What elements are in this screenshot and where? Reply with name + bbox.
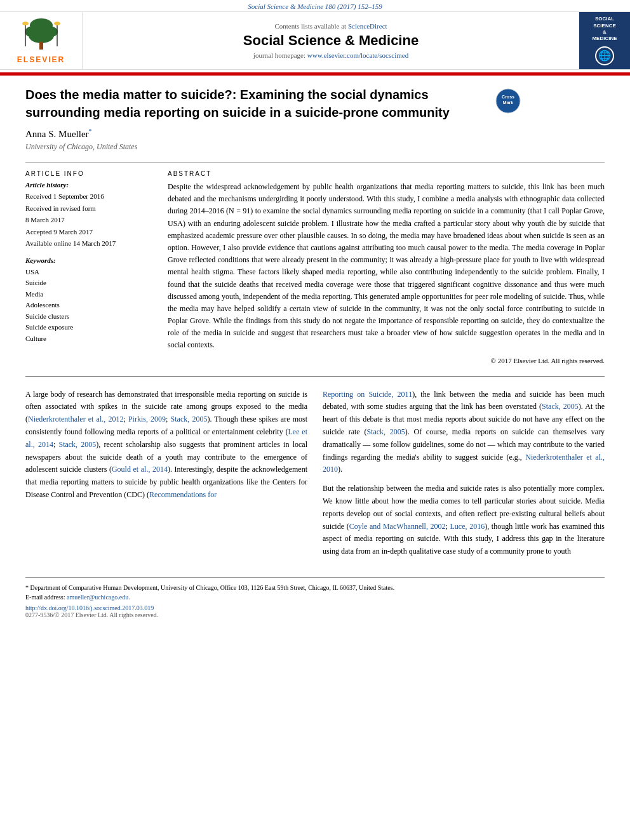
online-line: Available online 14 March 2017 — [25, 238, 152, 249]
doi-line: http://dx.doi.org/10.1016/j.socscimed.20… — [25, 604, 605, 611]
article-title-container: Does the media matter to suicide?: Exami… — [25, 86, 521, 121]
keyword-culture: Culture — [25, 333, 152, 345]
journal-name-bar: Social Science & Medicine 180 (2017) 152… — [0, 0, 630, 11]
crossmark-badge: Cross Mark — [495, 88, 521, 118]
footnote-section: * Department of Comparative Human Develo… — [25, 577, 605, 618]
keyword-clusters: Suicide clusters — [25, 311, 152, 323]
cover-text: SOCIALSCIENCE&MEDICINE — [592, 16, 617, 43]
journal-header: Social Science & Medicine 180 (2017) 152… — [0, 0, 630, 74]
email-line: E-mail address: amueller@uchicago.edu. — [25, 592, 605, 602]
footnote-text: * Department of Comparative Human Develo… — [25, 583, 605, 592]
journal-title: Social Science & Medicine — [243, 32, 419, 49]
svg-point-8 — [54, 22, 60, 25]
keywords-section: Keywords: USA Suicide Media Adolescents … — [25, 257, 152, 345]
journal-cover: SOCIALSCIENCE&MEDICINE 🌐 — [579, 12, 630, 69]
accepted-line: Accepted 9 March 2017 — [25, 227, 152, 237]
ref-link-11[interactable]: Niederkrotenthaler et al., 2010 — [323, 453, 605, 474]
abstract-col: ABSTRACT Despite the widespread acknowle… — [168, 170, 605, 364]
keywords-label: Keywords: — [25, 257, 152, 264]
ref-link-13[interactable]: Luce, 2016 — [450, 522, 485, 531]
doi-link[interactable]: http://dx.doi.org/10.1016/j.socscimed.20… — [25, 604, 154, 611]
main-content: Does the media matter to suicide?: Exami… — [0, 76, 630, 629]
crossmark-icon: Cross Mark — [495, 88, 521, 114]
received-line: Received 1 September 2016 — [25, 191, 152, 202]
article-info-col: ARTICLE INFO Article history: Received 1… — [25, 170, 152, 364]
email-link[interactable]: amueller@uchicago.edu. — [67, 594, 130, 601]
homepage-url-link[interactable]: www.elsevier.com/locate/socscimed — [307, 51, 408, 59]
ref-link-8[interactable]: Reporting on Suicide, 2011 — [323, 390, 412, 399]
body-two-col: A large body of research has demonstrate… — [25, 389, 605, 564]
header-content: ELSEVIER Contents lists available at Sci… — [0, 11, 630, 70]
section-divider — [25, 376, 605, 377]
author-name: Anna S. Mueller* — [25, 128, 605, 140]
svg-text:Cross: Cross — [502, 95, 514, 99]
journal-volume-info: Social Science & Medicine 180 (2017) 152… — [248, 3, 382, 10]
email-label: E-mail address: — [25, 594, 65, 601]
ref-link-1[interactable]: Niederkrotenthaler et al., 2012 — [28, 415, 123, 423]
info-abstract-section: ARTICLE INFO Article history: Received 1… — [25, 170, 605, 364]
revised-date: 8 March 2017 — [25, 215, 152, 225]
rights-line: 0277-9536/© 2017 Elsevier Ltd. All right… — [25, 611, 605, 618]
keyword-adolescents: Adolescents — [25, 300, 152, 311]
ref-link-12[interactable]: Coyle and MacWhannell, 2002 — [349, 522, 446, 531]
divider-after-author — [25, 162, 605, 163]
sciencedirect-link[interactable]: ScienceDirect — [348, 22, 387, 30]
svg-point-6 — [22, 22, 29, 25]
globe-icon: 🌐 — [598, 50, 611, 62]
keyword-exposure: Suicide exposure — [25, 322, 152, 333]
elsevier-logo: ELSEVIER — [0, 12, 83, 69]
article-history-label: Article history: — [25, 181, 152, 189]
cover-circle-icon: 🌐 — [595, 46, 614, 65]
svg-text:Mark: Mark — [503, 100, 513, 105]
journal-center: Contents lists available at ScienceDirec… — [83, 12, 579, 69]
revised-label: Received in revised form — [25, 203, 152, 214]
contents-line: Contents lists available at ScienceDirec… — [274, 22, 387, 30]
abstract-text: Despite the widespread acknowledgement b… — [168, 181, 605, 352]
ref-link-7[interactable]: Recommendations for — [149, 490, 217, 499]
elsevier-tree-icon — [19, 18, 64, 53]
svg-point-3 — [29, 28, 54, 43]
article-info-label: ARTICLE INFO — [25, 170, 152, 177]
body-col-right: Reporting on Suicide, 2011), the link be… — [323, 389, 605, 564]
author-footnote-marker: * — [89, 128, 92, 135]
ref-link-2[interactable]: Pirkis, 2009 — [128, 415, 166, 423]
keyword-usa: USA — [25, 267, 152, 278]
copyright-line: © 2017 Elsevier Ltd. All rights reserved… — [168, 357, 605, 364]
ref-link-5[interactable]: Stack, 2005 — [58, 440, 96, 449]
author-affiliation: University of Chicago, United States — [25, 142, 605, 152]
homepage-line: journal homepage: www.elsevier.com/locat… — [253, 51, 408, 59]
body-col-left: A large body of research has demonstrate… — [25, 389, 307, 564]
keywords-list: USA Suicide Media Adolescents Suicide cl… — [25, 267, 152, 345]
body-para-2: Reporting on Suicide, 2011), the link be… — [323, 389, 605, 477]
body-para-1: A large body of research has demonstrate… — [25, 389, 307, 502]
elsevier-brand: ELSEVIER — [17, 55, 65, 64]
ref-link-6[interactable]: Gould et al., 2014 — [112, 465, 168, 474]
ref-link-9[interactable]: Stack, 2005 — [542, 402, 579, 411]
article-title-text: Does the media matter to suicide?: Exami… — [25, 86, 488, 121]
body-para-3: But the relationship between the media a… — [323, 483, 605, 558]
abstract-label: ABSTRACT — [168, 170, 605, 177]
keyword-suicide: Suicide — [25, 277, 152, 289]
svg-rect-4 — [39, 42, 43, 50]
ref-link-3[interactable]: Stack, 2005 — [171, 415, 208, 423]
ref-link-10[interactable]: Stack, 2005 — [366, 427, 405, 436]
keyword-media: Media — [25, 289, 152, 300]
